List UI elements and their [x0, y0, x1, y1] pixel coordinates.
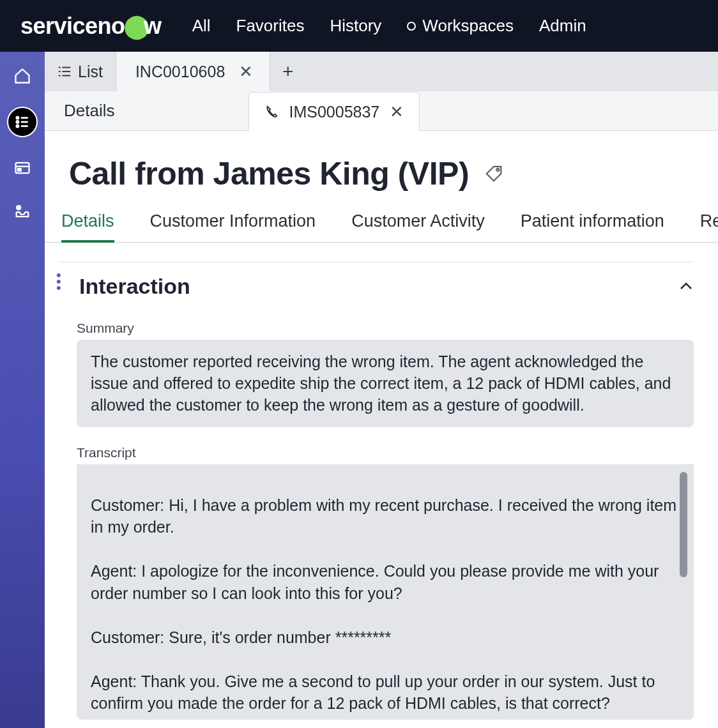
card-icon — [13, 159, 31, 177]
tab-customer-information[interactable]: Customer Information — [150, 211, 316, 242]
sidebar-card[interactable] — [10, 155, 35, 181]
svg-point-9 — [17, 206, 20, 209]
svg-point-16 — [496, 169, 499, 171]
section-head: Interaction — [59, 262, 694, 303]
summary-label: Summary — [77, 321, 694, 336]
tab-customer-activity[interactable]: Customer Activity — [351, 211, 485, 242]
list-icon — [57, 65, 72, 78]
list-bullet-icon — [14, 114, 31, 130]
transcript-label: Transcript — [77, 445, 694, 460]
scrollbar-thumb[interactable] — [680, 472, 687, 577]
nav-workspaces[interactable]: Workspaces — [407, 16, 514, 36]
circle-icon — [407, 22, 416, 31]
sub-tab-ims-label: IMS0005837 — [289, 103, 379, 121]
list-tab[interactable]: List — [45, 52, 116, 91]
nav-all[interactable]: All — [192, 16, 211, 36]
inbox-icon — [13, 202, 31, 220]
nav-items: All Favorites History Workspaces Admin — [192, 16, 586, 36]
nav-admin[interactable]: Admin — [539, 16, 586, 36]
nav-favorites[interactable]: Favorites — [236, 16, 305, 36]
summary-field: Summary The customer reported receiving … — [77, 321, 694, 427]
nav-workspaces-label: Workspaces — [422, 16, 514, 36]
sidebar-lists[interactable] — [7, 107, 38, 137]
work-area: List INC0010608 ✕ + Details IMS0005837 ✕… — [45, 52, 718, 728]
sub-details-link[interactable]: Details — [45, 91, 134, 130]
tab-details[interactable]: Details — [61, 211, 114, 243]
transcript-field: Transcript Customer: Hi, I have a proble… — [77, 445, 694, 720]
interaction-section: ••• Interaction Summary The customer rep… — [45, 243, 718, 720]
close-icon[interactable]: ✕ — [239, 63, 253, 80]
record-tabs: List INC0010608 ✕ + — [45, 52, 718, 91]
kebab-menu[interactable]: ••• — [56, 272, 61, 291]
svg-point-4 — [17, 125, 19, 127]
list-tab-label: List — [78, 63, 103, 81]
summary-value[interactable]: The customer reported receiving the wron… — [77, 340, 694, 427]
sub-header: Details IMS0005837 ✕ — [45, 91, 718, 131]
home-icon — [13, 67, 31, 85]
svg-point-0 — [17, 117, 19, 119]
tab-patient-information[interactable]: Patient information — [521, 211, 664, 242]
record-tab-label: INC0010608 — [135, 63, 225, 81]
top-navbar: serviceno⬤w All Favorites History Worksp… — [0, 0, 718, 52]
section-title: Interaction — [79, 274, 190, 299]
transcript-value[interactable]: Customer: Hi, I have a problem with my r… — [77, 464, 694, 720]
page-title: Call from James King (VIP) — [69, 155, 469, 192]
chevron-up-icon[interactable] — [678, 279, 694, 294]
title-row: Call from James King (VIP) — [45, 131, 718, 192]
record-tab-inc[interactable]: INC0010608 ✕ — [116, 52, 270, 91]
tab-related[interactable]: Related — [700, 211, 718, 242]
transcript-text: Customer: Hi, I have a problem with my r… — [91, 496, 676, 720]
sidebar-inbox[interactable] — [10, 199, 35, 224]
svg-rect-8 — [18, 169, 21, 171]
add-tab-button[interactable]: + — [270, 52, 305, 91]
brand-logo: serviceno⬤w — [20, 13, 162, 40]
sidebar-home[interactable] — [10, 63, 35, 89]
tag-icon[interactable] — [484, 164, 503, 183]
svg-point-2 — [17, 121, 19, 123]
inner-tabs: Details Customer Information Customer Ac… — [45, 192, 718, 243]
close-icon[interactable]: ✕ — [390, 103, 404, 120]
sub-tab-ims[interactable]: IMS0005837 ✕ — [248, 92, 420, 131]
left-sidebar — [0, 52, 45, 728]
phone-icon — [264, 105, 279, 119]
nav-history[interactable]: History — [330, 16, 381, 36]
